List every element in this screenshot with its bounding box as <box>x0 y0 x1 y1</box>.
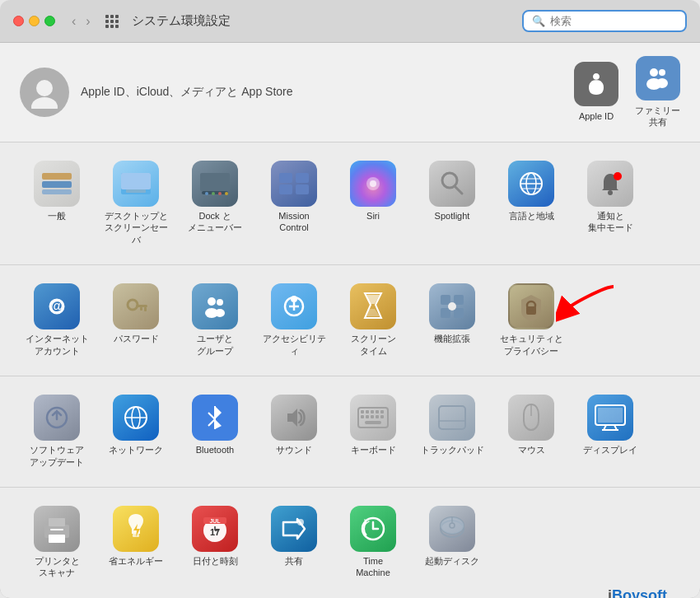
icon-extensions[interactable]: 機能拡張 <box>415 278 489 350</box>
avatar[interactable] <box>20 68 69 117</box>
traffic-lights <box>13 16 55 26</box>
svg-rect-50 <box>441 308 450 318</box>
svg-rect-75 <box>365 421 381 424</box>
network-label: ネットワーク <box>109 444 163 456</box>
svg-rect-72 <box>371 415 374 418</box>
language-label: 言語と地域 <box>509 210 554 222</box>
section-4: プリンタとスキャナ 省エネルギー <box>0 488 700 599</box>
system-preferences-window: ‹ › システム環境設定 🔍 <box>0 0 700 598</box>
svg-rect-38 <box>144 307 147 311</box>
svg-rect-86 <box>49 535 65 543</box>
svg-rect-68 <box>376 410 379 413</box>
icon-timemachine[interactable]: TimeMachine <box>336 501 410 585</box>
sharing-label: 共有 <box>285 555 303 568</box>
icon-mouse[interactable]: マウス <box>494 390 568 461</box>
svg-rect-39 <box>140 307 142 311</box>
mouse-label: マウス <box>518 444 545 456</box>
svg-text:@: @ <box>50 299 63 313</box>
fullscreen-button[interactable] <box>44 16 55 26</box>
users-label: ユーザとグループ <box>197 333 233 357</box>
icon-users[interactable]: ユーザとグループ <box>178 278 252 362</box>
forward-button[interactable]: › <box>82 12 93 30</box>
icon-datetime[interactable]: JUL 17 日付と時刻 <box>178 501 252 572</box>
icon-dock[interactable]: Dock とメニューバー <box>178 156 252 240</box>
bluetooth-label: Bluetooth <box>196 444 234 456</box>
svg-point-17 <box>225 192 228 195</box>
section-3-grid: ソフトウェアアップデート ネットワーク <box>20 390 680 474</box>
search-input[interactable] <box>550 15 682 27</box>
icon-startup-disk[interactable]: 起動ディスク <box>415 501 489 572</box>
svg-line-62 <box>208 413 215 419</box>
datetime-label: 日付と時刻 <box>193 555 238 568</box>
svg-point-1 <box>31 97 58 109</box>
icon-screentime[interactable]: スクリーンタイム <box>336 278 410 362</box>
svg-point-32 <box>614 172 622 180</box>
svg-rect-48 <box>441 295 450 305</box>
search-icon: 🔍 <box>532 15 545 27</box>
icon-keyboard[interactable]: キーボード <box>336 390 410 461</box>
icon-general[interactable]: 一般 <box>20 156 94 227</box>
svg-point-5 <box>656 78 668 88</box>
icon-language[interactable]: 言語と地域 <box>494 156 568 227</box>
spotlight-label: Spotlight <box>435 210 470 222</box>
svg-rect-6 <box>42 173 72 180</box>
icon-software-update[interactable]: ソフトウェアアップデート <box>20 390 94 474</box>
svg-point-95 <box>297 519 304 526</box>
svg-rect-69 <box>380 410 384 413</box>
svg-rect-85 <box>49 518 65 526</box>
grid-icon[interactable] <box>105 15 119 28</box>
section-3: ソフトウェアアップデート ネットワーク <box>0 376 700 488</box>
svg-point-14 <box>205 192 208 195</box>
svg-rect-74 <box>380 415 384 418</box>
icon-desktop[interactable]: デスクトップとスクリーンセーバ <box>99 156 173 252</box>
svg-rect-18 <box>279 173 292 183</box>
svg-point-2 <box>650 68 658 77</box>
back-button[interactable]: ‹ <box>68 12 79 30</box>
minimize-button[interactable] <box>29 16 40 26</box>
svg-line-25 <box>455 186 462 194</box>
svg-rect-88 <box>133 534 139 537</box>
svg-rect-10 <box>121 173 151 189</box>
svg-rect-51 <box>454 308 464 318</box>
icon-bluetooth[interactable]: Bluetooth <box>178 390 252 461</box>
icon-siri[interactable]: Siri <box>336 156 410 227</box>
content-area: Apple ID、iCloud、メディアと App Store Apple ID <box>0 43 700 598</box>
icon-accessibility[interactable]: アクセシビリティ <box>257 278 331 362</box>
icon-sharing[interactable]: 共有 <box>257 501 331 572</box>
icon-password[interactable]: パスワード <box>99 278 173 350</box>
keyboard-label: キーボード <box>351 444 396 456</box>
close-button[interactable] <box>13 16 24 26</box>
icon-notification[interactable]: 通知と集中モード <box>573 156 647 240</box>
display-label: ディスプレイ <box>583 444 637 456</box>
icon-energy[interactable]: 省エネルギー <box>99 501 173 572</box>
svg-rect-20 <box>279 185 292 194</box>
apple-id-shortcut[interactable]: Apple ID <box>574 62 618 122</box>
printer-label: プリンタとスキャナ <box>35 555 80 580</box>
profile-description[interactable]: Apple ID、iCloud、メディアと App Store <box>81 85 293 100</box>
avatar-icon <box>28 76 61 109</box>
screentime-label: スクリーンタイム <box>351 333 396 357</box>
icon-spotlight[interactable]: Spotlight <box>415 156 489 227</box>
icon-sound[interactable]: サウンド <box>257 390 331 461</box>
icon-display[interactable]: ディスプレイ <box>573 390 647 461</box>
svg-rect-12 <box>200 173 230 191</box>
svg-point-16 <box>218 192 222 195</box>
icon-trackpad[interactable]: トラックパッド <box>415 390 489 461</box>
svg-point-31 <box>608 190 613 195</box>
search-bar[interactable]: 🔍 <box>522 10 687 32</box>
svg-rect-37 <box>136 305 147 307</box>
icon-network[interactable]: ネットワーク <box>99 390 173 461</box>
svg-point-0 <box>36 80 53 96</box>
icon-security[interactable]: セキュリティとプライバシー <box>494 278 568 362</box>
family-sharing-shortcut[interactable]: ファミリー共有 <box>635 56 680 128</box>
icon-internet[interactable]: @ インターネットアカウント <box>20 278 94 362</box>
section-4-grid: プリンタとスキャナ 省エネルギー <box>20 501 680 585</box>
siri-label: Siri <box>366 210 380 222</box>
svg-rect-87 <box>50 529 63 530</box>
trackpad-label: トラックパッド <box>421 444 484 456</box>
svg-point-3 <box>659 69 665 76</box>
watermark: iBoysoft <box>20 584 680 598</box>
icon-mission[interactable]: MissionControl <box>257 156 331 240</box>
icon-printer[interactable]: プリンタとスキャナ <box>20 501 94 585</box>
svg-rect-49 <box>454 295 464 305</box>
